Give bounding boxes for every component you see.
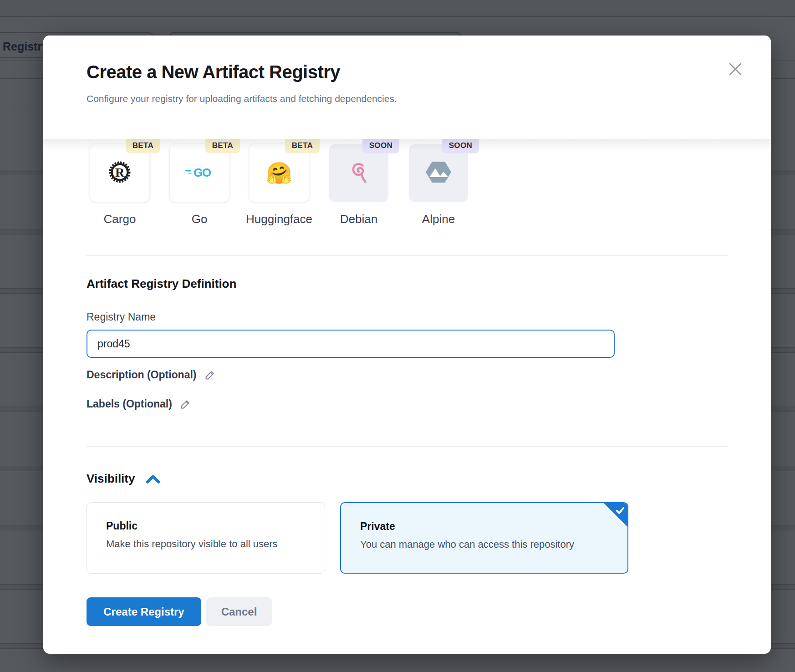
type-card-label: Cargo <box>104 212 136 226</box>
registry-name-label: Registry Name <box>87 311 156 323</box>
cancel-button[interactable]: Cancel <box>206 597 272 626</box>
type-card-label: Debian <box>340 212 377 226</box>
type-card-label: Huggingface <box>246 212 312 226</box>
huggingface-icon: 🤗 <box>266 163 292 183</box>
section-divider <box>87 255 728 256</box>
visibility-option-title: Private <box>360 520 395 533</box>
visibility-option-description: You can manage who can access this repos… <box>360 539 574 550</box>
edit-description-pencil-icon[interactable] <box>204 369 216 381</box>
go-icon: GO <box>184 165 214 181</box>
modal-title: Create a New Artifact Registry <box>87 62 340 82</box>
type-card-label: Alpine <box>422 212 455 226</box>
edit-labels-pencil-icon[interactable] <box>179 398 192 410</box>
rust-cargo-icon: R <box>107 159 132 187</box>
visibility-option-description: Make this repository visible to all user… <box>106 538 278 550</box>
create-artifact-registry-modal: R BETA Cargo GO BETA Go 🤗 BETA Huggingfa… <box>43 36 771 654</box>
visibility-section-heading: Visibility <box>87 472 135 486</box>
modal-subtitle: Configure your registry for uploading ar… <box>87 93 397 104</box>
background-top-bar <box>0 0 795 17</box>
modal-header: Create a New Artifact Registry Configure… <box>43 36 771 139</box>
labels-label: Labels (Optional) <box>87 398 172 410</box>
selected-check-icon <box>603 503 628 527</box>
debian-icon <box>347 160 370 186</box>
type-card-label: Go <box>192 212 208 226</box>
alpine-icon <box>425 161 452 185</box>
create-registry-button[interactable]: Create Registry <box>87 597 201 626</box>
chevron-up-icon[interactable] <box>146 473 160 485</box>
visibility-option-public[interactable]: Public Make this repository visible to a… <box>87 502 325 574</box>
registry-name-input[interactable] <box>87 330 615 358</box>
svg-text:R: R <box>115 165 125 179</box>
close-icon[interactable] <box>725 59 745 79</box>
registry-type-list: R BETA Cargo GO BETA Go 🤗 BETA Huggingfa… <box>90 144 468 202</box>
svg-text:GO: GO <box>194 166 211 179</box>
background-toolbar <box>0 18 795 32</box>
definition-section-heading: Artifact Registry Definition <box>87 277 236 291</box>
background-table-header-registry: Registry <box>3 40 48 53</box>
section-divider <box>87 446 728 447</box>
visibility-option-private[interactable]: Private You can manage who can access th… <box>340 502 628 574</box>
description-label: Description (Optional) <box>87 369 197 381</box>
visibility-option-title: Public <box>106 520 138 532</box>
